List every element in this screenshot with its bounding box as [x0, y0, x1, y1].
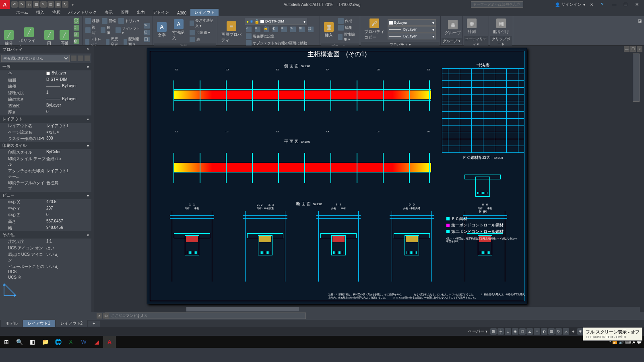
navigation-bar[interactable]: [633, 53, 640, 102]
prop-row-UCS アイコン オン[interactable]: UCS アイコン オンはい: [0, 245, 91, 251]
sb-polar-icon[interactable]: ◉: [512, 328, 518, 335]
sb-grid-icon[interactable]: ⊞: [490, 328, 497, 335]
prop-row-原点に UCS アイコン[interactable]: 原点に UCS アイコンいいえ: [0, 251, 91, 263]
prop-group-印刷スタイル[interactable]: 印刷スタイル▾: [0, 142, 91, 149]
paperspace-toggle[interactable]: ペーパー ▾: [466, 329, 489, 334]
block-作成[interactable]: 作成: [337, 18, 358, 24]
selection-dropdown[interactable]: 何も選択されていません: [1, 55, 70, 62]
ribbon-tab-2[interactable]: 注釈: [48, 9, 64, 16]
qat-button-3[interactable]: ▦: [33, 1, 39, 8]
app-logo[interactable]: A: [0, 0, 10, 9]
h-scrollbar[interactable]: [186, 307, 640, 312]
modify-フィレット ▾[interactable]: フィレット ▾: [114, 25, 142, 36]
ribbon-tab-4[interactable]: 表示: [101, 9, 117, 16]
draw-tool[interactable]: ◯: [72, 18, 80, 24]
help-search-input[interactable]: [471, 1, 523, 8]
modify-tool[interactable]: ⊡: [143, 29, 151, 36]
close-button[interactable]: ✕: [631, 0, 642, 8]
quick-select-icon[interactable]: [71, 56, 76, 61]
paper-layout[interactable]: 主桁構造図 (その1) 寸法表 側 面 図S=1:40 L1L2L3L4L5L6…: [147, 48, 527, 304]
select-objects-icon[interactable]: [78, 56, 83, 61]
modify-回転[interactable]: 回転: [101, 18, 117, 24]
panel-group-title[interactable]: グループ ▾: [442, 38, 462, 44]
layer-tool[interactable]: ◐: [271, 26, 279, 33]
ribbon-tab-9[interactable]: レイアウト: [190, 9, 219, 16]
modify-tool[interactable]: ◫: [143, 36, 151, 43]
qat-button-1[interactable]: ↷: [19, 1, 25, 8]
prop-row-印刷テーブルのタイプ[interactable]: 印刷テーブルのタイプ色従属: [0, 180, 91, 192]
search-icon[interactable]: 🔍: [13, 336, 26, 348]
sb-annoscale-icon[interactable]: 人: [563, 328, 569, 335]
prop-row-レイアウト名[interactable]: レイアウト名レイアウト1: [0, 123, 91, 129]
sb-ortho-icon[interactable]: ∟: [505, 328, 511, 335]
ribbon-tab-7[interactable]: アドイン: [149, 9, 173, 16]
vp-minimize-icon[interactable]: —: [624, 46, 630, 52]
qat-button-5[interactable]: ▤: [47, 1, 54, 8]
signin-button[interactable]: 👤 サインイン ▾: [555, 2, 585, 7]
cmd-close-icon[interactable]: ×: [97, 313, 102, 319]
anno-引出線 ▾[interactable]: 引出線 ▾: [188, 29, 215, 36]
qat-button-0[interactable]: ↶: [11, 1, 18, 8]
prop-row-中心 Z[interactable]: 中心 Z0: [0, 212, 91, 218]
prop-row-UCS 名[interactable]: UCS 名: [0, 274, 91, 281]
modify-トリム ▾[interactable]: トリム ▾: [117, 18, 140, 24]
modify-tool[interactable]: ✎: [143, 23, 151, 29]
modify-鏡像[interactable]: 鏡像: [99, 25, 115, 36]
prop-group-その他[interactable]: その他▾: [0, 231, 91, 239]
block-属性編集 ▾[interactable]: 属性編集 ▾: [337, 31, 358, 43]
anno-文字[interactable]: A文字: [155, 18, 169, 43]
sb-qp-icon[interactable]: ▦: [548, 328, 555, 335]
qat-button-6[interactable]: ▦: [55, 1, 61, 8]
draw-tool[interactable]: ⬯: [72, 25, 80, 31]
prop-row-印刷スタイル[interactable]: 印刷スタイルByColor: [0, 149, 91, 156]
qat-button-2[interactable]: ⎙: [26, 1, 32, 8]
prop-row-透過性[interactable]: 透過性ByLayer: [0, 103, 91, 109]
layer-dropdown[interactable]: ●❄🔓 D-STR-DIM ▾: [245, 18, 307, 25]
chrome-icon[interactable]: 🌐: [52, 336, 64, 348]
layer-properties-button[interactable]: ≡画層プロパ ティ: [219, 18, 244, 46]
anno-表[interactable]: 表: [188, 36, 215, 43]
minimize-button[interactable]: —: [609, 0, 620, 8]
prop-row-幅[interactable]: 幅948.8456: [0, 225, 91, 231]
qat-button-4[interactable]: ✎: [40, 1, 47, 8]
sb-cycling-icon[interactable]: ↻: [555, 328, 562, 335]
prop-row-厚さ[interactable]: 厚さ0: [0, 109, 91, 115]
layer-tool[interactable]: ❄: [254, 26, 262, 33]
layout-tab-+[interactable]: +: [88, 321, 100, 327]
prop-row-線種尺度[interactable]: 線種尺度1: [0, 90, 91, 96]
prop-group-ビュー[interactable]: ビュー▾: [0, 192, 91, 199]
prop-row-高さ[interactable]: 高さ567.0467: [0, 218, 91, 225]
layer-tool[interactable]: ✎: [289, 26, 297, 33]
group-button[interactable]: ▦グループ: [442, 18, 463, 37]
sb-lineweight-icon[interactable]: ≡: [534, 328, 540, 335]
ribbon-tab-0[interactable]: ホーム: [12, 9, 32, 16]
vp-close-icon[interactable]: ×: [637, 46, 642, 52]
exchange-icon[interactable]: ✕: [588, 2, 596, 7]
prop-row-アタッチされた印刷テー...[interactable]: アタッチされた印刷テー...レイアウト1: [0, 168, 91, 180]
layout-tab-レイアウト1[interactable]: レイアウト1: [23, 320, 55, 327]
prop-dropdown-2[interactable]: ByLayer▾: [388, 33, 436, 39]
prop-group-一般[interactable]: 一般▾: [0, 63, 91, 70]
toggle-pickadd-icon[interactable]: [85, 56, 90, 61]
util-button[interactable]: ▦計測: [464, 18, 479, 35]
prop-row-中心 X[interactable]: 中心 X420.5: [0, 199, 91, 206]
sb-snap-icon[interactable]: ┼: [497, 328, 504, 335]
excel-icon[interactable]: X: [64, 336, 77, 348]
command-input[interactable]: ▸· ここにコマンドを入力: [105, 313, 306, 319]
word-icon[interactable]: W: [77, 336, 90, 348]
drawing-canvas[interactable]: — ☐ × 主桁構造図 (その1) 寸法表 側 面 図S=1:40 L1: [94, 45, 644, 312]
taskview-icon[interactable]: ◧: [26, 336, 39, 348]
cmd-options-icon[interactable]: ⚙: [103, 313, 109, 319]
layout-tab-レイアウト2[interactable]: レイアウト2: [56, 320, 88, 327]
layer-tool[interactable]: ⊡: [298, 26, 306, 33]
clip-button[interactable]: ▦貼り付け: [491, 18, 512, 35]
acrobat-icon[interactable]: ◢: [90, 336, 103, 348]
prop-row-線の太さ[interactable]: 線の太さByLayer: [0, 96, 91, 103]
prop-row-注釈尺度[interactable]: 注釈尺度1:1: [0, 239, 91, 245]
maximize-button[interactable]: ☐: [620, 0, 631, 8]
ribbon-collapse[interactable]: ◪: [513, 16, 644, 45]
ribbon-tab-5[interactable]: 管理: [117, 9, 133, 16]
prop-dropdown-1[interactable]: ByLayer▾: [388, 26, 436, 33]
anno-長さ寸法記入 ▾[interactable]: 長さ寸法記入 ▾: [188, 18, 215, 29]
prop-row-ラスター作成の DPI[interactable]: ラスター作成の DPI300: [0, 136, 91, 142]
